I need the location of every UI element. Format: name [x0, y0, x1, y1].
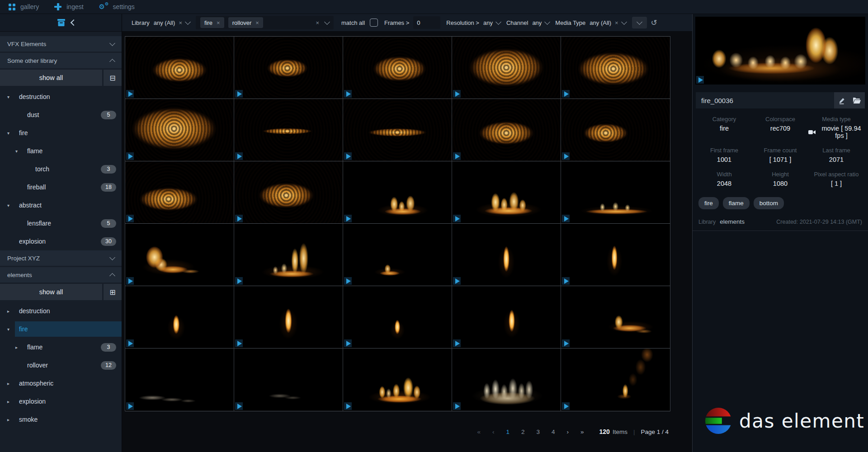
play-icon[interactable]: [344, 90, 352, 98]
thumbnail-1[interactable]: [125, 37, 234, 99]
play-icon[interactable]: [235, 339, 243, 347]
match-all-checkbox[interactable]: [370, 19, 378, 27]
thumbnail-27[interactable]: [234, 348, 343, 411]
sidebar-item-fireball[interactable]: fireball18: [0, 178, 122, 196]
thumbnail-5[interactable]: [561, 37, 670, 99]
thumbnail-25[interactable]: [561, 286, 670, 348]
tree-collapsed-icon[interactable]: ▸: [7, 417, 14, 422]
tree-expanded-icon[interactable]: ▾: [15, 149, 23, 154]
close-icon[interactable]: ×: [217, 19, 220, 26]
refresh-button[interactable]: ↺: [651, 18, 657, 27]
show-all-button[interactable]: show all: [0, 70, 102, 86]
play-icon[interactable]: [126, 152, 134, 160]
sidebar-item-destruction[interactable]: ▸destruction: [0, 302, 122, 320]
clear-media-type-icon[interactable]: ×: [615, 19, 618, 26]
play-icon[interactable]: [453, 215, 461, 222]
sidebar-item-flame[interactable]: ▸flame3: [0, 338, 122, 356]
show-all-button[interactable]: show all: [0, 284, 102, 300]
play-icon[interactable]: [453, 339, 461, 347]
pagination-prev[interactable]: ‹: [492, 428, 495, 435]
thumbnail-8[interactable]: [343, 99, 452, 161]
play-icon[interactable]: [453, 277, 461, 285]
play-icon[interactable]: [562, 215, 570, 222]
thumbnail-29[interactable]: [452, 348, 561, 411]
play-icon[interactable]: [696, 76, 704, 84]
thumbnail-14[interactable]: [452, 161, 561, 224]
sidebar-item-explosion[interactable]: ▸explosion: [0, 392, 122, 410]
play-icon[interactable]: [126, 90, 134, 98]
clear-library-filter-icon[interactable]: ×: [179, 19, 182, 26]
play-icon[interactable]: [235, 152, 243, 160]
thumbnail-16[interactable]: [125, 224, 234, 286]
tag-bottom[interactable]: bottom: [754, 197, 784, 209]
thumbnail-22[interactable]: [234, 286, 343, 348]
library-header-project-xyz[interactable]: Project XYZ: [0, 250, 122, 266]
media-type-dropdown[interactable]: any (All) ×: [590, 19, 626, 26]
sidebar-item-lensflare[interactable]: lensflare5: [0, 214, 122, 232]
tree-expanded-icon[interactable]: ▾: [7, 203, 14, 208]
thumbnail-17[interactable]: [234, 224, 343, 286]
play-icon[interactable]: [126, 402, 134, 410]
tree-collapsed-icon[interactable]: ▸: [15, 345, 23, 350]
play-icon[interactable]: [562, 339, 570, 347]
play-icon[interactable]: [344, 152, 352, 160]
collapse-all-icon[interactable]: ⊟: [104, 70, 122, 86]
tree-collapsed-icon[interactable]: ▸: [7, 399, 14, 404]
sidebar-item-destruction[interactable]: ▾destruction: [0, 88, 122, 106]
expand-all-icon[interactable]: ⊞: [104, 284, 122, 300]
play-icon[interactable]: [453, 402, 461, 410]
tree-collapsed-icon[interactable]: ▸: [7, 309, 14, 314]
collapse-sidebar-icon[interactable]: [71, 19, 77, 26]
play-icon[interactable]: [562, 152, 570, 160]
pagination-page-3[interactable]: 3: [537, 428, 540, 435]
thumbnail-20[interactable]: [561, 224, 670, 286]
sidebar-item-torch[interactable]: torch3: [0, 160, 122, 178]
play-icon[interactable]: [344, 277, 352, 285]
open-folder-icon[interactable]: [853, 97, 861, 104]
thumbnail-26[interactable]: [125, 348, 234, 411]
thumbnail-30[interactable]: [561, 348, 670, 411]
thumbnail-15[interactable]: [561, 161, 670, 224]
play-icon[interactable]: [235, 277, 243, 285]
tab-ingest[interactable]: ingest: [54, 3, 83, 10]
thumbnail-11[interactable]: [125, 161, 234, 224]
edit-pencil-icon[interactable]: [838, 97, 846, 104]
pagination-last[interactable]: »: [580, 428, 584, 435]
play-icon[interactable]: [562, 277, 570, 285]
element-name-field[interactable]: fire_00036: [696, 92, 834, 108]
tree-collapsed-icon[interactable]: ▸: [7, 381, 14, 386]
library-header-elements[interactable]: elements: [0, 267, 122, 282]
library-filter-dropdown[interactable]: any (All) ×: [154, 19, 190, 26]
pagination-page-4[interactable]: 4: [552, 428, 555, 435]
thumbnail-19[interactable]: [452, 224, 561, 286]
play-icon[interactable]: [453, 152, 461, 160]
thumbnail-3[interactable]: [343, 37, 452, 99]
preview-player[interactable]: [695, 17, 865, 85]
sidebar-item-fire[interactable]: ▾fire: [0, 124, 122, 142]
tag-flame[interactable]: flame: [723, 197, 750, 209]
sidebar-item-flame[interactable]: ▾flame: [0, 142, 122, 160]
play-icon[interactable]: [562, 90, 570, 98]
tree-expanded-icon[interactable]: ▾: [7, 327, 14, 332]
tree-expanded-icon[interactable]: ▾: [7, 131, 14, 136]
play-icon[interactable]: [453, 90, 461, 98]
library-header-some-other-library[interactable]: Some other library: [0, 53, 122, 68]
play-icon[interactable]: [126, 277, 134, 285]
thumbnail-13[interactable]: [343, 161, 452, 224]
filter-tag-rollover[interactable]: rollover×: [228, 17, 263, 28]
thumbnail-12[interactable]: [234, 161, 343, 224]
thumbnail-23[interactable]: [343, 286, 452, 348]
thumbnail-24[interactable]: [452, 286, 561, 348]
tab-settings[interactable]: ⚙⚙ settings: [99, 3, 135, 11]
play-icon[interactable]: [235, 402, 243, 410]
sidebar-item-dust[interactable]: dust5: [0, 106, 122, 124]
archive-box-icon[interactable]: [57, 19, 66, 26]
sidebar-item-fire[interactable]: ▾fire: [0, 320, 122, 338]
play-icon[interactable]: [344, 215, 352, 222]
pagination-first[interactable]: «: [477, 428, 481, 435]
thumbnail-9[interactable]: [452, 99, 561, 161]
sidebar-item-explosion[interactable]: explosion30: [0, 232, 122, 250]
more-filters-button[interactable]: [632, 17, 647, 28]
play-icon[interactable]: [126, 339, 134, 347]
thumbnail-28[interactable]: [343, 348, 452, 411]
